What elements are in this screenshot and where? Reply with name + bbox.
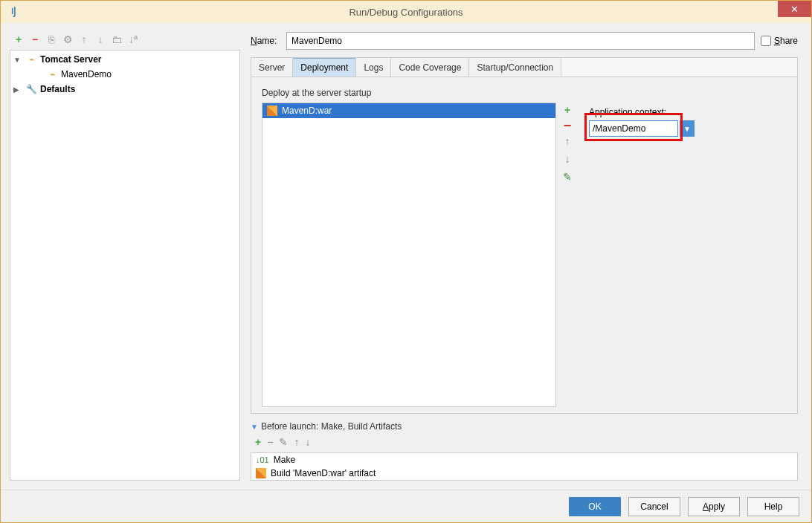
share-checkbox-input[interactable] xyxy=(761,36,771,46)
bl-item-label: Make xyxy=(274,455,295,465)
sort-icon[interactable]: ↓ª xyxy=(127,33,139,45)
bl-item-build-artifact[interactable]: Build 'MavenD:war' artifact xyxy=(251,467,797,480)
tree-node-mavendemo[interactable]: ⌁ MavenDemo xyxy=(10,67,239,82)
move-up-icon[interactable]: ↑ xyxy=(565,135,570,147)
down-icon[interactable]: ↓ xyxy=(94,33,106,45)
expand-icon[interactable]: ▶ xyxy=(13,85,22,94)
content-area: + − ⎘ ⚙ ↑ ↓ 🗀 ↓ª ▼ ⌁ Tomcat Server ⌁ Mav… xyxy=(1,23,811,490)
bl-edit-icon[interactable]: ✎ xyxy=(279,436,288,448)
name-label: Name: xyxy=(251,36,280,46)
cancel-button[interactable]: Cancel xyxy=(628,497,680,516)
before-launch-toolbar: + − ✎ ↑ ↓ xyxy=(251,435,798,451)
tree-node-defaults[interactable]: ▶ 🔧 Defaults xyxy=(10,82,239,97)
remove-artifact-icon[interactable]: − xyxy=(564,122,572,129)
add-icon[interactable]: + xyxy=(13,33,25,45)
bl-item-label: Build 'MavenD:war' artifact xyxy=(271,468,376,478)
remove-icon[interactable]: − xyxy=(29,33,41,45)
ok-button[interactable]: OK xyxy=(569,497,621,516)
dialog-window: 刂 Run/Debug Configurations ✕ + − ⎘ ⚙ ↑ ↓… xyxy=(0,0,812,523)
before-launch-list[interactable]: ↓01 Make Build 'MavenD:war' artifact xyxy=(251,452,798,481)
config-tree[interactable]: ▼ ⌁ Tomcat Server ⌁ MavenDemo ▶ 🔧 Defaul… xyxy=(10,50,240,481)
name-input[interactable] xyxy=(286,32,755,50)
help-button[interactable]: Help xyxy=(747,497,799,516)
tab-code-coverage[interactable]: Code Coverage xyxy=(391,58,469,77)
share-label: Share xyxy=(774,36,798,46)
window-title: Run/Debug Configurations xyxy=(349,7,463,18)
app-context-input[interactable] xyxy=(589,120,678,137)
deploy-side-toolbar: + − ↑ ↓ ✎ xyxy=(561,103,574,407)
edit-icon[interactable]: ✎ xyxy=(563,171,572,183)
bl-item-make[interactable]: ↓01 Make xyxy=(251,453,797,467)
tree-label: Tomcat Server xyxy=(40,54,101,65)
before-launch-header[interactable]: ▼ Before launch: Make, Build Artifacts xyxy=(251,421,798,432)
tab-server[interactable]: Server xyxy=(251,58,293,77)
apply-button[interactable]: Apply xyxy=(688,497,740,516)
deploy-artifact-label: MavenD:war xyxy=(282,105,332,116)
deploy-section-label: Deploy at the server startup xyxy=(262,88,787,98)
app-context-input-wrap: ▼ xyxy=(589,120,787,137)
titlebar: 刂 Run/Debug Configurations ✕ xyxy=(1,1,811,23)
up-icon[interactable]: ↑ xyxy=(78,33,90,45)
bl-add-icon[interactable]: + xyxy=(255,436,261,448)
move-down-icon[interactable]: ↓ xyxy=(565,153,570,165)
bl-up-icon[interactable]: ↑ xyxy=(294,436,299,448)
tomcat-local-icon: ⌁ xyxy=(46,69,58,79)
deploy-area: MavenD:war + − ↑ ↓ ✎ Application context… xyxy=(262,103,787,407)
app-context-panel: Application context: ▼ xyxy=(579,103,787,407)
dialog-footer: OK Cancel Apply Help xyxy=(1,490,811,522)
tree-node-tomcat[interactable]: ▼ ⌁ Tomcat Server xyxy=(10,52,239,67)
tab-logs[interactable]: Logs xyxy=(356,58,391,77)
tab-body-deployment: Deploy at the server startup MavenD:war … xyxy=(251,77,797,413)
settings-icon[interactable]: ⚙ xyxy=(62,33,74,45)
tree-label: MavenDemo xyxy=(61,69,112,79)
collapse-icon[interactable]: ▼ xyxy=(251,423,258,431)
copy-icon[interactable]: ⎘ xyxy=(45,33,57,45)
app-context-label: Application context: xyxy=(589,107,666,117)
left-panel: + − ⎘ ⚙ ↑ ↓ 🗀 ↓ª ▼ ⌁ Tomcat Server ⌁ Mav… xyxy=(10,32,240,481)
share-checkbox[interactable]: Share xyxy=(761,36,798,46)
tomcat-icon: ⌁ xyxy=(25,54,37,65)
make-icon: ↓01 xyxy=(256,455,269,464)
deploy-list[interactable]: MavenD:war xyxy=(262,103,556,407)
close-button[interactable]: ✕ xyxy=(778,1,811,17)
tab-deployment[interactable]: Deployment xyxy=(293,57,356,77)
bl-remove-icon[interactable]: − xyxy=(267,436,273,448)
tabs-container: Server Deployment Logs Code Coverage Sta… xyxy=(251,57,798,414)
app-context-dropdown-icon[interactable]: ▼ xyxy=(680,120,695,137)
wrench-icon: 🔧 xyxy=(25,84,37,94)
artifact-icon xyxy=(256,468,266,478)
tree-label: Defaults xyxy=(40,84,75,94)
folder-icon[interactable]: 🗀 xyxy=(111,33,123,45)
tab-startup-connection[interactable]: Startup/Connection xyxy=(469,58,561,77)
before-launch-section: ▼ Before launch: Make, Build Artifacts +… xyxy=(251,421,798,481)
right-panel: Name: Share Server Deployment Logs Code … xyxy=(246,32,802,481)
expand-icon[interactable]: ▼ xyxy=(13,56,22,64)
deploy-artifact-item[interactable]: MavenD:war xyxy=(262,103,555,118)
tree-toolbar: + − ⎘ ⚙ ↑ ↓ 🗀 ↓ª xyxy=(10,32,240,50)
tabstrip: Server Deployment Logs Code Coverage Sta… xyxy=(251,58,797,77)
artifact-icon xyxy=(267,105,277,116)
bl-down-icon[interactable]: ↓ xyxy=(305,436,310,448)
before-launch-title: Before launch: Make, Build Artifacts xyxy=(261,421,402,432)
add-artifact-icon[interactable]: + xyxy=(564,104,570,116)
app-icon: 刂 xyxy=(7,6,19,18)
name-row: Name: Share xyxy=(246,32,802,57)
